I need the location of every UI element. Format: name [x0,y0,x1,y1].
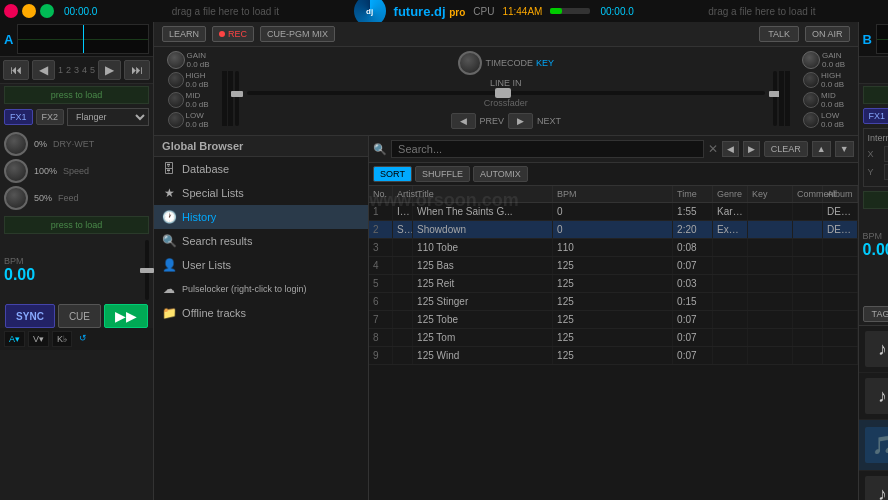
deck-b-header: B [859,22,888,57]
cpu-bar [550,8,590,14]
automix-btn[interactable]: AUTOMIX [473,166,528,182]
deck-a-speed-knob[interactable] [4,159,28,183]
nav-fwd-btn[interactable]: ▶ [743,141,760,157]
sidebar-item-database[interactable]: 🗄 Database [154,157,368,181]
channel-a-fader[interactable] [235,71,239,126]
np-tracks-container: ♪ Showdown Survi DEMO AUDIO (2015) | Exp… [859,326,888,500]
track-artist: In The Style O [393,203,413,220]
search-input[interactable] [391,140,704,158]
sidebar-item-pulselocker[interactable]: ☁ Pulselocker (right-click to login) [154,277,368,301]
shuffle-btn[interactable]: SHUFFLE [415,166,470,182]
track-bpm: 125 [553,257,673,274]
sidebar-item-offline-tracks-label: Offline tracks [182,307,246,319]
deck-a-prev-btn[interactable]: ⏮ [3,60,29,80]
deck-a-waveform [17,24,149,54]
track-row[interactable]: 1 In The Style O When The Saints G... 0 … [369,203,858,221]
track-row[interactable]: 2 Survi Showdown 0 2:20 Experime DEMO AU… [369,221,858,239]
deck-b-letter: B [863,32,872,47]
vu-faders-left [222,51,239,126]
headphone-knob[interactable] [458,51,482,75]
maximize-button[interactable] [40,4,54,18]
sidebar-item-history-label: History [182,211,216,223]
sort-btn[interactable]: SORT [373,166,412,182]
rec-btn[interactable]: REC [212,26,254,42]
deck-a-feed-knob[interactable] [4,186,28,210]
deck-b-load-2[interactable]: press to load [863,191,888,209]
tag-btn[interactable]: TAG [863,306,888,322]
track-time: 0:07 [673,257,713,274]
track-album [823,347,858,364]
deck-a-play-btn[interactable]: ▶▶ [104,304,148,328]
channel-a-gain-label: GAIN0.0 dB [187,51,210,69]
channel-b-high-knob[interactable] [803,72,819,88]
deck-a-load-1[interactable]: press to load [4,86,149,104]
deck-a-cue-btn[interactable]: CUE [58,304,101,328]
channel-b-mid-knob[interactable] [803,92,819,108]
crossfader[interactable] [247,91,765,95]
deck-a-next-btn[interactable]: ⏭ [124,60,150,80]
sidebar-item-search-results[interactable]: 🔍 Search results [154,229,368,253]
deck-a-pitch-slider[interactable] [145,240,149,300]
database-icon: 🗄 [162,162,176,176]
np-track-item[interactable]: 🎵 When The Saints Go Marching In In The … [859,420,888,471]
minimize-button[interactable] [22,4,36,18]
deck-a-load-2[interactable]: press to load [4,216,149,234]
ifx-y-select[interactable]: LP Cutoff HP Cutoff [884,164,888,180]
cue-pgm-btn[interactable]: CUE-PGM MIX [260,26,335,42]
ifx-x-select[interactable]: Flanger Reverb [884,146,888,162]
nav-up-btn[interactable]: ▲ [812,141,831,157]
track-table-header: No. Artist Title BPM Time Genre Key Comm… [369,186,858,203]
deck-a-fwd-btn[interactable]: ▶ [98,60,121,80]
track-row[interactable]: 7 125 Tobe 125 0:07 [369,311,858,329]
channel-b-fader[interactable] [773,71,777,126]
np-track-item[interactable]: ♪ Showdown Survi DEMO AUDIO (2015) | Exp… [859,373,888,420]
deck-b-load-1[interactable]: press to load [863,86,888,104]
sidebar-item-user-lists[interactable]: 👤 User Lists [154,253,368,277]
channel-a-fader-thumb [231,91,243,97]
track-comment [793,221,823,238]
track-row[interactable]: 9 125 Wind 125 0:07 [369,347,858,365]
track-no: 5 [369,275,393,292]
learn-btn[interactable]: LEARN [162,26,206,42]
deck-a-drywet-knob[interactable] [4,132,28,156]
np-track-item[interactable]: ♪ Showdown Survi DEMO AUDIO (2015) | Exp… [859,326,888,373]
track-row[interactable]: 4 125 Bas 125 0:07 [369,257,858,275]
deck-a-fx-select[interactable]: Flanger Reverb Delay [67,108,149,126]
deck-a-fx1-btn[interactable]: FX1 [4,109,33,125]
onair-btn[interactable]: ON AIR [805,26,850,42]
next-btn[interactable]: ▶ [508,113,533,129]
track-row[interactable]: 6 125 Stinger 125 0:15 [369,293,858,311]
close-button[interactable] [4,4,18,18]
sidebar-item-history[interactable]: 🕐 History [154,205,368,229]
track-row[interactable]: 5 125 Reit 125 0:03 [369,275,858,293]
col-title: Title [413,186,553,202]
deck-b-fx1-btn[interactable]: FX1 [863,108,888,124]
deck-a-rew-btn[interactable]: ◀ [32,60,55,80]
nav-back-btn[interactable]: ◀ [722,141,739,157]
sidebar-item-special-lists[interactable]: ★ Special Lists [154,181,368,205]
deck-a-bottom: A▾ V▾ K♭ ↺ [0,328,153,350]
deck-a-sync-btn[interactable]: SYNC [5,304,55,328]
np-track-item[interactable]: ♪ Viceroy Survi DEMO AUDIO (2015) | Expe… [859,471,888,500]
clear-btn[interactable]: CLEAR [764,141,808,157]
timecode-row: TIMECODE KEY [486,51,555,75]
nav-down-btn[interactable]: ▼ [835,141,854,157]
track-bpm: 110 [553,239,673,256]
sidebar-item-offline-tracks[interactable]: 📁 Offline tracks [154,301,368,325]
prev-btn[interactable]: ◀ [451,113,476,129]
channel-a-low-knob[interactable] [168,112,184,128]
track-artist [393,257,413,274]
channel-a-high-knob[interactable] [168,72,184,88]
crossfader-row [243,91,769,95]
deck-a-fx2-btn[interactable]: FX2 [36,109,65,125]
channel-b-gain-knob[interactable] [802,51,820,69]
track-row[interactable]: 3 110 Tobe 110 0:08 [369,239,858,257]
channel-b-low-knob[interactable] [803,112,819,128]
track-row[interactable]: 8 125 Tom 125 0:07 [369,329,858,347]
top-bar: 00:00.0 drag a file here to load it dj f… [0,0,888,22]
channel-a-mid-knob[interactable] [168,92,184,108]
now-playing-header: TAG [859,303,888,326]
search-clear-btn[interactable]: ✕ [708,142,718,156]
channel-a-gain-knob[interactable] [167,51,185,69]
talk-btn[interactable]: TALK [759,26,799,42]
